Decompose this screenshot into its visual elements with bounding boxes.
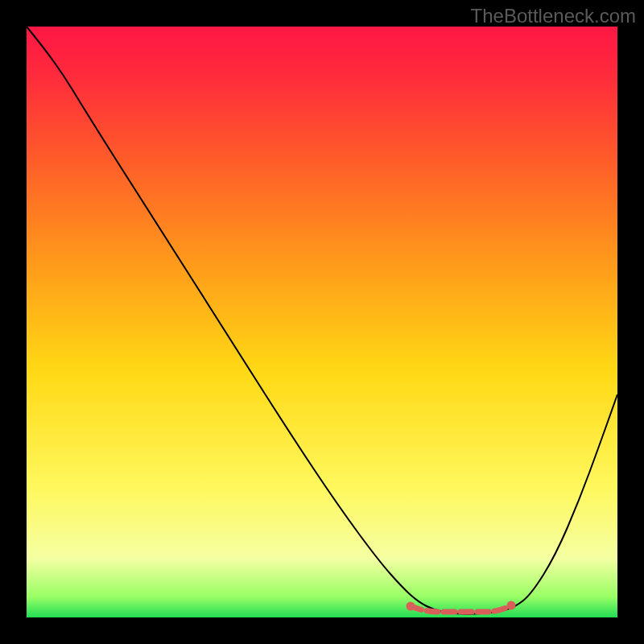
chart-svg bbox=[0, 0, 644, 644]
plot-background bbox=[27, 27, 617, 617]
chart-container: TheBottleneck.com bbox=[0, 0, 644, 644]
watermark-text: TheBottleneck.com bbox=[471, 5, 636, 27]
svg-point-1 bbox=[507, 601, 516, 610]
